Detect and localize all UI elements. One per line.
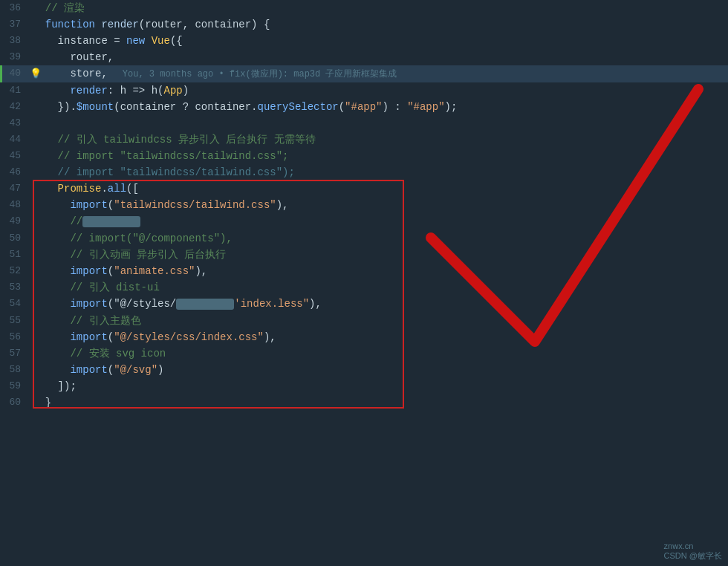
line-content: // 引入 tailwindcss 异步引入 后台执行 无需等待 [28, 131, 728, 148]
line-number: 47 [0, 180, 28, 197]
line-content: } [28, 394, 728, 411]
code-token: ( [108, 199, 114, 211]
code-token: ) [183, 85, 189, 97]
code-token: "#app" [345, 101, 382, 113]
code-token: ) : [383, 101, 408, 113]
code-token: ), [276, 199, 289, 211]
code-token: import [70, 331, 107, 343]
code-line: 57 // 安装 svg icon [0, 345, 728, 362]
line-number: 42 [0, 99, 28, 115]
line-number: 57 [0, 345, 28, 362]
code-token: Vue [152, 35, 170, 47]
code-token: // 引入主题色 [33, 315, 141, 327]
code-token: // 安装 svg icon [33, 348, 166, 360]
line-number: 36 [0, 0, 28, 16]
code-token: // import("@/components"), [33, 232, 233, 244]
code-token: // import "tailwindcss/tailwind.css"; [33, 150, 288, 162]
line-number: 49 [0, 213, 28, 230]
code-line: 54 import("@/styles/ 'index.less"), [0, 296, 728, 313]
code-line: 55 // 引入主题色 [0, 313, 728, 329]
line-number: 39 [0, 49, 28, 65]
line-number: 54 [0, 296, 28, 312]
line-content: // import("@/components"), [28, 230, 728, 247]
code-token: ( [108, 364, 114, 376]
code-line: 56 import("@/styles/css/index.css"), [0, 329, 728, 345]
code-token: ("@/styles/ [108, 298, 176, 310]
code-line: 50 // import("@/components"), [0, 230, 728, 247]
code-token: // 渲染 [33, 2, 85, 14]
code-token: => [126, 85, 152, 97]
bulb-icon: 💡 [30, 68, 42, 79]
code-token [33, 85, 70, 97]
code-token: = [108, 35, 126, 47]
code-token: all [108, 183, 126, 195]
code-line: 46 // import "tailwindcss/tailwind.css")… [0, 164, 728, 180]
line-content: Promise.all([ [28, 180, 728, 197]
code-token: render [70, 85, 107, 97]
line-number: 43 [0, 115, 28, 131]
blurred-text [176, 299, 234, 310]
code-line: 42 }).$mount(container ? container.query… [0, 99, 728, 115]
code-token: ) [157, 364, 163, 376]
line-content: // 引入主题色 [28, 313, 728, 329]
code-token: ), [309, 298, 322, 310]
code-token: } [33, 397, 51, 409]
code-token: import [70, 265, 107, 277]
line-number: 37 [0, 16, 28, 33]
code-token: 'index.less" [234, 298, 309, 310]
code-token: // [33, 215, 82, 227]
code-token: "@/svg" [114, 364, 157, 376]
line-content: // 渲染 [28, 0, 728, 16]
code-token: // 引入 tailwindcss 异步引入 后台执行 无需等待 [33, 134, 316, 146]
code-token: ([ [126, 183, 139, 195]
line-number: 56 [0, 329, 28, 345]
code-token: function [45, 19, 95, 30]
line-number: 52 [0, 263, 28, 279]
code-line: 45 // import "tailwindcss/tailwind.css"; [0, 148, 728, 164]
code-token: h [152, 85, 157, 97]
line-number: 55 [0, 313, 28, 329]
code-line: 60 } [0, 394, 728, 411]
line-number: 50 [0, 230, 28, 247]
code-line: 51 // 引入动画 异步引入 后台执行 [0, 247, 728, 263]
code-token: store, [33, 68, 108, 79]
line-content: render: h => h(App) [28, 82, 728, 99]
line-content: }).$mount(container ? container.querySel… [28, 99, 728, 115]
code-token: "tailwindcss/tailwind.css" [114, 199, 276, 211]
code-token: querySelector [257, 101, 338, 113]
code-token: new [126, 35, 145, 47]
line-content: // [28, 213, 728, 230]
code-line: 43 [0, 115, 728, 131]
line-content: import("@/svg") [28, 362, 728, 378]
line-number: 46 [0, 164, 28, 180]
code-token: App [163, 85, 182, 97]
code-token: $mount [77, 101, 114, 113]
code-token: ), [264, 331, 276, 343]
code-token: render [101, 19, 138, 30]
code-token: (router, container) { [139, 19, 270, 30]
line-content: import("animate.css"), [28, 263, 728, 279]
line-content: import("@/styles/css/index.css"), [28, 329, 728, 345]
code-line: 40💡 store,You, 3 months ago • fix(微应用): … [0, 65, 728, 82]
code-token: : [108, 85, 120, 97]
code-token: . [101, 183, 107, 195]
code-token: "animate.css" [114, 265, 195, 277]
code-line: 52 import("animate.css"), [0, 263, 728, 279]
line-number: 41 [0, 82, 28, 99]
line-content: router, [28, 49, 728, 65]
code-line: 41 render: h => h(App) [0, 82, 728, 99]
code-token: // 引入动画 异步引入 后台执行 [33, 249, 226, 261]
code-line: 59 ]); [0, 378, 728, 394]
line-number: 53 [0, 279, 28, 296]
code-editor: 36 // 渲染37 function render(router, conta… [0, 0, 728, 566]
line-number: 51 [0, 247, 28, 263]
code-token: "#app" [407, 101, 444, 113]
line-number: 45 [0, 148, 28, 164]
code-token: ({ [170, 35, 183, 47]
code-token [33, 19, 45, 30]
line-content: store,You, 3 months ago • fix(微应用): map3… [28, 65, 728, 82]
code-line: 38 instance = new Vue({ [0, 33, 728, 49]
blurred-text [82, 216, 140, 227]
code-line: 49 // [0, 213, 728, 230]
code-token: Promise [58, 183, 102, 195]
